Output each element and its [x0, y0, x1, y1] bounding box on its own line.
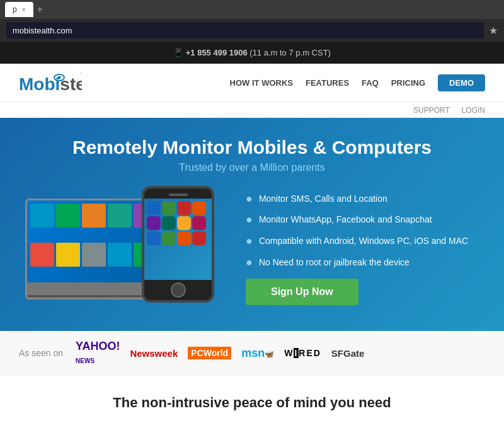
hero-title: Remotely Monitor Mobiles & Computers: [25, 137, 479, 158]
address-input[interactable]: [6, 22, 484, 38]
nav-pricing[interactable]: PRICING: [391, 78, 425, 88]
brand-newsweek: Newsweek: [130, 348, 178, 359]
new-tab-button[interactable]: +: [37, 4, 43, 15]
browser-tab[interactable]: p ×: [5, 2, 33, 17]
feature-text-3: Compatible with Android, Windows PC, iOS…: [259, 235, 468, 248]
feature-item-3: ● Compatible with Android, Windows PC, i…: [246, 235, 479, 248]
phone-device: [142, 186, 214, 303]
address-bar: ★: [0, 19, 504, 42]
win-tile: [30, 204, 54, 228]
phone-hours: (11 a.m to 7 p.m CST): [249, 48, 331, 57]
svg-point-2: [58, 76, 61, 79]
bookmark-icon[interactable]: ★: [489, 25, 498, 37]
feature-text-2: Monitor WhatsApp, Facebook and Snapchat: [259, 214, 432, 226]
win-tile: [108, 204, 132, 228]
app-icon: [192, 216, 206, 230]
browser-chrome: p × +: [0, 0, 504, 19]
phone-speaker: [169, 194, 188, 196]
hero-section: Remotely Monitor Mobiles & Computers Tru…: [0, 118, 504, 331]
phone-screen: [144, 199, 212, 280]
logo-svg: Mobistealth ®: [19, 70, 82, 95]
app-icon: [147, 216, 161, 230]
phone-number: +1 855 499 1906: [186, 48, 248, 57]
brand-pcworld: PCWorld: [188, 347, 231, 359]
app-icon: [192, 231, 206, 245]
nav-how-it-works[interactable]: HOW IT WORKS: [230, 78, 293, 88]
win-tile: [82, 204, 106, 228]
feature-text-4: No Need to root or jailbreak the device: [259, 257, 410, 269]
app-icon: [177, 201, 191, 215]
hero-features: ● Monitor SMS, Calls and Location ● Moni…: [246, 193, 479, 305]
svg-text:Mobistealth: Mobistealth: [19, 74, 82, 94]
tab-close-icon[interactable]: ×: [22, 6, 26, 13]
app-icon: [162, 201, 176, 215]
win-tile: [30, 243, 54, 267]
app-icon: [162, 231, 176, 245]
sub-nav: SUPPORT LOGIN: [0, 102, 504, 118]
app-icon: [147, 201, 161, 215]
brand-msn: msn🦋: [241, 347, 274, 360]
devices-illustration: [25, 186, 227, 312]
brand-sfgate: SFGate: [331, 348, 365, 359]
hero-content: ● Monitor SMS, Calls and Location ● Moni…: [25, 186, 479, 312]
feature-item-4: ● No Need to root or jailbreak the devic…: [246, 257, 479, 269]
demo-button[interactable]: DEMO: [438, 74, 485, 91]
logo[interactable]: Mobistealth ®: [19, 70, 83, 95]
app-icon: [177, 216, 191, 230]
svg-text:®: ®: [81, 71, 82, 76]
nav-features[interactable]: FEATURES: [306, 78, 349, 88]
app-icon: [162, 216, 176, 230]
app-icon: [177, 231, 191, 245]
peace-title: The non-intrusive peace of mind you need: [25, 395, 479, 411]
win-tile: [82, 243, 106, 267]
brands-list: YAHOO!NEWS Newsweek PCWorld msn🦋 WIRED S…: [76, 340, 364, 366]
brand-yahoo: YAHOO!NEWS: [76, 340, 120, 366]
bullet-icon: ●: [246, 193, 253, 204]
brand-wired: WIRED: [284, 348, 321, 358]
tab-label: p: [13, 5, 17, 14]
as-seen-section: As seen on YAHOO!NEWS Newsweek PCWorld m…: [0, 331, 504, 376]
app-icon: [147, 231, 161, 245]
hero-signup-button[interactable]: Sign Up Now: [246, 279, 358, 305]
feature-item-1: ● Monitor SMS, Calls and Location: [246, 193, 479, 206]
nav-faq[interactable]: FAQ: [362, 78, 379, 88]
win-tile: [108, 243, 132, 267]
feature-item-2: ● Monitor WhatsApp, Facebook and Snapcha…: [246, 214, 479, 226]
app-icon: [192, 201, 206, 215]
phone-home-button: [171, 282, 186, 298]
bullet-icon: ●: [246, 214, 253, 225]
as-seen-label: As seen on: [19, 348, 63, 358]
win-tile: [56, 243, 80, 267]
top-bar: 📱 +1 855 499 1906 (11 a.m to 7 p.m CST): [0, 42, 504, 64]
hero-subtitle: Trusted by over a Million parents: [25, 162, 479, 173]
bullet-icon: ●: [246, 257, 253, 268]
bullet-icon: ●: [246, 235, 253, 246]
feature-text-1: Monitor SMS, Calls and Location: [259, 193, 387, 206]
win-tile: [56, 204, 80, 228]
main-nav: HOW IT WORKS FEATURES FAQ PRICING DEMO: [230, 74, 485, 91]
support-link[interactable]: SUPPORT: [413, 106, 450, 115]
login-link[interactable]: LOGIN: [462, 106, 485, 115]
header: Mobistealth ® HOW IT WORKS FEATURES FAQ …: [0, 64, 504, 102]
phone-icon: 📱: [173, 48, 183, 57]
peace-section: The non-intrusive peace of mind you need…: [0, 376, 504, 423]
